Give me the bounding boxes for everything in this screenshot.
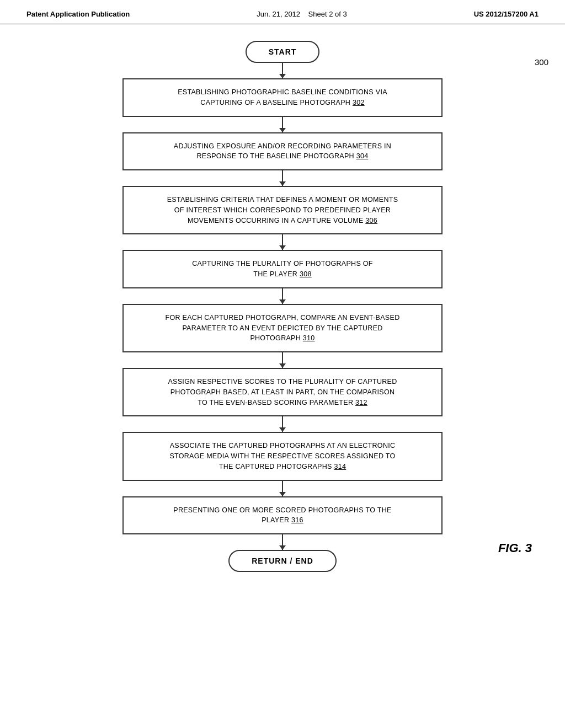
header-center: Jun. 21, 2012 Sheet 2 of 3 xyxy=(257,10,347,18)
fig-label: FIG. 3 xyxy=(498,541,532,555)
step-302-text: ESTABLISHING PHOTOGRAPHIC BASELINE CONDI… xyxy=(178,88,387,106)
step-304-box: ADJUSTING EXPOSURE AND/OR RECORDING PARA… xyxy=(122,132,443,171)
step-310-num: 310 xyxy=(303,334,315,342)
step-316-box: PRESENTING ONE OR MORE SCORED PHOTOGRAPH… xyxy=(122,496,443,535)
step-310-box: FOR EACH CAPTURED PHOTOGRAPH, COMPARE AN… xyxy=(122,304,443,352)
page-header: Patent Application Publication Jun. 21, … xyxy=(0,0,565,24)
connector-4 xyxy=(282,234,283,250)
step-302-box: ESTABLISHING PHOTOGRAPHIC BASELINE CONDI… xyxy=(122,78,443,117)
connector-5 xyxy=(282,288,283,304)
start-shape: START xyxy=(246,41,320,63)
step-312-num: 312 xyxy=(355,399,367,406)
step-316-num: 316 xyxy=(291,516,303,524)
step-310-text: FOR EACH CAPTURED PHOTOGRAPH, COMPARE AN… xyxy=(166,314,400,342)
step-302-num: 302 xyxy=(353,99,365,106)
step-314-box: ASSOCIATE THE CAPTURED PHOTOGRAPHS AT AN… xyxy=(122,432,443,480)
flowchart: START ESTABLISHING PHOTOGRAPHIC BASELINE… xyxy=(33,41,532,572)
step-306-num: 306 xyxy=(365,217,377,224)
main-content: 300 START ESTABLISHING PHOTOGRAPHIC BASE… xyxy=(0,24,565,588)
connector-3 xyxy=(282,170,283,186)
step-312-text: ASSIGN RESPECTIVE SCORES TO THE PLURALIT… xyxy=(168,378,397,406)
ref-number: 300 xyxy=(535,57,548,67)
end-shape: RETURN / END xyxy=(228,550,337,572)
connector-1 xyxy=(282,63,283,78)
step-306-text: ESTABLISHING CRITERIA THAT DEFINES A MOM… xyxy=(167,196,398,224)
step-308-box: CAPTURING THE PLURALITY OF PHOTOGRAPHS O… xyxy=(122,250,443,288)
step-304-num: 304 xyxy=(356,152,369,160)
step-308-num: 308 xyxy=(300,270,312,278)
connector-8 xyxy=(282,481,283,496)
step-304-text: ADJUSTING EXPOSURE AND/OR RECORDING PARA… xyxy=(174,142,391,160)
step-314-num: 314 xyxy=(334,463,346,470)
connector-2 xyxy=(282,117,283,132)
connector-6 xyxy=(282,352,283,368)
connector-7 xyxy=(282,416,283,432)
header-left: Patent Application Publication xyxy=(26,10,130,18)
step-306-box: ESTABLISHING CRITERIA THAT DEFINES A MOM… xyxy=(122,186,443,234)
header-right: US 2012/157200 A1 xyxy=(474,10,539,18)
step-316-text: PRESENTING ONE OR MORE SCORED PHOTOGRAPH… xyxy=(173,506,391,524)
connector-9 xyxy=(282,534,283,550)
step-314-text: ASSOCIATE THE CAPTURED PHOTOGRAPHS AT AN… xyxy=(169,442,395,470)
step-308-text: CAPTURING THE PLURALITY OF PHOTOGRAPHS O… xyxy=(192,260,373,278)
step-312-box: ASSIGN RESPECTIVE SCORES TO THE PLURALIT… xyxy=(122,368,443,416)
